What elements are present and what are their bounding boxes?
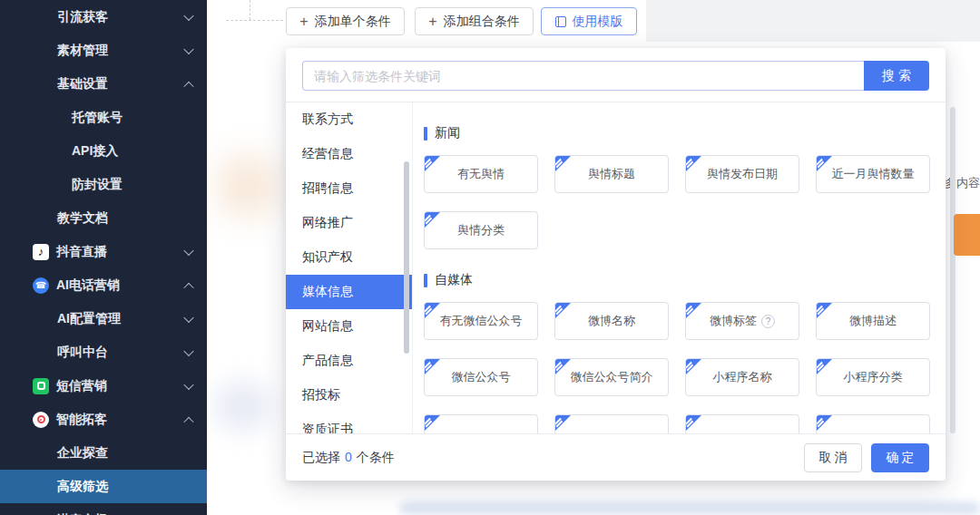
search-button[interactable]: 搜索 (864, 61, 929, 91)
template-icon (555, 16, 566, 27)
corner-edit-icon (817, 156, 832, 171)
use-template-label: 使用模版 (573, 14, 623, 30)
category-jingying[interactable]: 经营信息 (286, 137, 412, 171)
tree-connector-line (226, 20, 283, 21)
condition-content: 新闻 有无舆情 舆情标题 舆情发布日期 近一月舆情数量 (413, 102, 946, 433)
sidebar-item-ai-phone[interactable]: ☎ AI电话营销 (0, 268, 207, 302)
corner-edit-icon (425, 359, 440, 374)
add-single-condition-label: 添加单个条件 (315, 14, 391, 30)
sidebar-item-yinliu[interactable]: 引流获客 (0, 0, 207, 34)
sidebar-item-tuoke[interactable]: 智能拓客 (0, 403, 207, 436)
corner-edit-icon (686, 359, 701, 374)
section-bar (424, 127, 427, 141)
target-icon (33, 412, 49, 428)
sidebar-item-sms[interactable]: 短信营销 (0, 369, 207, 403)
condition-card[interactable]: 近一月舆情数量 (816, 155, 930, 193)
sidebar-item-fangfeng[interactable]: 防封设置 (0, 168, 207, 201)
sidebar-item-douyin[interactable]: ♪ 抖音直播 (0, 235, 207, 268)
background-blur (214, 381, 272, 432)
condition-card[interactable]: 微博标签 ? (685, 302, 799, 340)
add-single-condition-button[interactable]: + 添加单个条件 (286, 7, 405, 35)
sidebar-item-jichu[interactable]: 基础设置 (0, 67, 207, 101)
sidebar-item-sucai[interactable]: 素材管理 (0, 34, 207, 67)
background-blur-band (399, 501, 980, 515)
condition-card[interactable]: 微博描述 (816, 302, 930, 340)
chevron-down-icon (183, 44, 193, 53)
search-row: 搜索 (302, 61, 929, 91)
category-zhishi[interactable]: 知识产权 (286, 240, 412, 275)
chevron-down-icon (183, 10, 193, 20)
condition-card[interactable]: 小程序名称 (685, 358, 799, 396)
corner-edit-icon (817, 415, 832, 431)
help-icon[interactable]: ? (761, 315, 775, 328)
page-background-strip (646, 0, 980, 42)
modal-footer: 已选择 0 个条件 取消 确定 (286, 433, 946, 481)
corner-edit-icon (686, 303, 701, 318)
hidden-orange-button[interactable] (954, 214, 980, 256)
corner-edit-icon (555, 359, 571, 374)
tree-connector-line (250, 0, 250, 20)
sidebar-item-tuoguan[interactable]: 托管账号 (0, 101, 207, 134)
category-lianxi[interactable]: 联系方式 (286, 102, 412, 137)
condition-card[interactable]: 小程序分类 (816, 358, 930, 396)
condition-card[interactable]: 舆情分类 (424, 211, 538, 249)
sidebar-item-qianke-shichang[interactable]: 潜客市场 (0, 503, 207, 515)
condition-card[interactable]: 微信公众号简介 (554, 358, 669, 396)
corner-edit-icon (686, 415, 701, 431)
corner-edit-icon (425, 415, 440, 431)
condition-card[interactable]: 有无舆情 (424, 155, 538, 193)
corner-edit-icon (425, 303, 440, 318)
category-zhaotoubiao[interactable]: 招投标 (286, 378, 412, 413)
category-wangzhan[interactable]: 网站信息 (286, 309, 412, 344)
corner-edit-icon (425, 156, 440, 171)
section-header-news: 新闻 (424, 126, 946, 141)
category-scrollbar[interactable] (404, 161, 409, 354)
plus-icon: + (299, 15, 308, 29)
category-meiti[interactable]: 媒体信息 (286, 275, 412, 309)
condition-card[interactable]: 有无微信公众号 (424, 302, 538, 340)
tiktok-icon: ♪ (33, 244, 49, 260)
condition-card[interactable] (554, 414, 669, 433)
condition-card[interactable] (816, 414, 930, 433)
category-wangluo[interactable]: 网络推广 (286, 206, 412, 240)
selected-count-text: 已选择 0 个条件 (302, 450, 395, 466)
page-scrollbar[interactable] (950, 107, 956, 433)
filter-condition-modal: 搜索 联系方式 经营信息 招聘信息 网络推广 知识产权 媒体信息 网站信息 产品… (286, 48, 946, 481)
condition-card[interactable] (685, 414, 799, 433)
sms-icon (33, 378, 49, 394)
chevron-up-icon (183, 416, 193, 426)
chevron-down-icon (183, 379, 193, 389)
add-group-condition-button[interactable]: + 添加组合条件 (415, 7, 534, 35)
sidebar-item-jiaoxue[interactable]: 教学文档 (0, 201, 207, 235)
sidebar-item-qiye-tancha[interactable]: 企业探查 (0, 436, 207, 470)
corner-edit-icon (817, 303, 832, 318)
chevron-down-icon (183, 345, 193, 355)
chevron-up-icon (183, 81, 193, 91)
cancel-button[interactable]: 取消 (804, 443, 862, 472)
category-zizhi[interactable]: 资质证书 (286, 413, 412, 433)
corner-edit-icon (555, 156, 571, 171)
condition-card[interactable]: 舆情标题 (554, 155, 669, 193)
sidebar-item-gaoji-shaixuan[interactable]: 高级筛选 (0, 470, 207, 503)
condition-card[interactable] (424, 414, 538, 433)
use-template-button[interactable]: 使用模版 (541, 7, 637, 35)
corner-edit-icon (555, 303, 571, 318)
chevron-down-icon (183, 245, 193, 255)
condition-card[interactable]: 微博名称 (554, 302, 669, 340)
category-zhaopin[interactable]: 招聘信息 (286, 171, 412, 206)
modal-body: 联系方式 经营信息 招聘信息 网络推广 知识产权 媒体信息 网站信息 产品信息 … (286, 102, 946, 433)
corner-edit-icon (686, 156, 701, 171)
plus-icon: + (428, 15, 436, 29)
condition-card[interactable]: 舆情发布日期 (685, 155, 799, 193)
condition-card[interactable]: 微信公众号 (424, 358, 538, 396)
sidebar-item-callcenter[interactable]: 呼叫中台 (0, 335, 207, 369)
phone-icon: ☎ (33, 277, 49, 294)
sidebar-item-ai-config[interactable]: AI配置管理 (0, 302, 207, 335)
corner-edit-icon (425, 212, 440, 228)
confirm-button[interactable]: 确定 (871, 443, 929, 472)
corner-edit-icon (817, 359, 832, 374)
sidebar-item-api[interactable]: API接入 (0, 134, 207, 168)
search-input[interactable] (302, 61, 864, 91)
category-chanpin[interactable]: 产品信息 (286, 344, 412, 378)
chevron-up-icon (183, 282, 193, 292)
